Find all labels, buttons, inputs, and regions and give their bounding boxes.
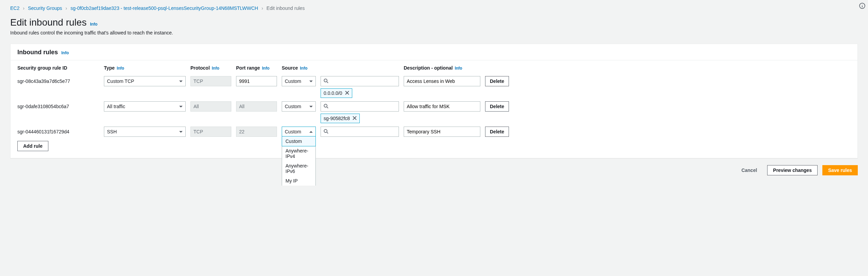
source-search[interactable] [321,101,399,112]
info-icon[interactable] [859,3,865,9]
source-option[interactable]: Custom [282,136,316,146]
page-title: Edit inbound rules Info [10,17,858,28]
source-mode-dropdown: CustomAnywhere-IPv4Anywhere-IPv6My IP [282,136,316,186]
header-source-search [321,64,399,67]
svg-line-12 [327,132,328,133]
breadcrumb-security-groups[interactable]: Security Groups [28,5,62,11]
source-search-input[interactable] [330,104,396,109]
chevron-right-icon: › [262,5,263,11]
header-protocol: ProtocolInfo [190,64,231,73]
header-actions [485,64,509,67]
search-icon [324,78,328,84]
source-mode-select[interactable]: CustomCustomAnywhere-IPv4Anywhere-IPv6My… [282,127,316,137]
rule-id: sgr-0dafe3108054bc6a7 [17,101,99,112]
svg-line-4 [327,82,328,83]
protocol-input [190,76,231,86]
description-input[interactable] [404,127,480,137]
source-chip: 0.0.0.0/0 [321,88,352,98]
source-chip: sg-90582fc8 [321,114,360,123]
delete-rule-button[interactable]: Delete [485,101,509,112]
type-select[interactable]: All traffic [104,101,186,112]
source-option[interactable]: Anywhere-IPv6 [282,161,315,176]
type-select[interactable]: SSH [104,127,186,137]
svg-point-2 [862,4,862,4]
header-protocol-info[interactable]: Info [212,66,219,71]
header-port-range: Port rangeInfo [236,64,277,73]
remove-chip-icon[interactable] [353,116,357,121]
source-search-input[interactable] [330,78,396,84]
inbound-rules-panel: Inbound rules Info Security group rule I… [10,44,858,158]
source-search[interactable] [321,127,399,137]
port-range-input [236,101,277,112]
save-rules-button[interactable]: Save rules [822,165,858,175]
svg-point-3 [324,79,327,82]
delete-rule-button[interactable]: Delete [485,127,509,137]
rule-id: sgr-08c43a39a7d6c5e77 [17,75,99,86]
svg-line-8 [327,107,328,108]
chevron-right-icon: › [23,5,25,11]
cancel-button[interactable]: Cancel [736,165,762,175]
svg-point-7 [324,104,327,107]
panel-info[interactable]: Info [61,50,69,55]
breadcrumb-current: Edit inbound rules [266,5,305,11]
breadcrumb-sg-detail[interactable]: sg-0f0cb2aef19dae323 - test-release500-p… [71,5,258,11]
rule-id: sgr-044460131f16729d4 [17,126,99,137]
header-description-info[interactable]: Info [455,66,462,71]
page-subtitle: Inbound rules control the incoming traff… [10,30,858,35]
type-select[interactable]: Custom TCP [104,76,186,86]
page-title-text: Edit inbound rules [10,17,87,28]
description-input[interactable] [404,101,480,112]
header-type: TypeInfo [104,64,186,73]
header-description: Description - optionalInfo [404,64,480,73]
header-type-info[interactable]: Info [117,66,124,71]
header-source-info[interactable]: Info [300,66,307,71]
port-range-input [236,127,277,137]
search-icon [324,129,328,135]
add-rule-button[interactable]: Add rule [17,141,48,151]
header-rule-id: Security group rule ID [17,64,99,73]
chevron-right-icon: › [65,5,67,11]
source-search[interactable] [321,76,399,86]
remove-chip-icon[interactable] [345,91,349,96]
header-source: SourceInfo [282,64,316,73]
source-option[interactable]: My IP [282,176,315,186]
source-mode-select[interactable]: Custom [282,101,316,112]
protocol-input [190,127,231,137]
preview-changes-button[interactable]: Preview changes [767,165,818,175]
svg-point-11 [324,129,327,132]
description-input[interactable] [404,76,480,86]
footer-actions: Cancel Preview changes Save rules [10,165,858,175]
port-range-input[interactable] [236,76,277,86]
protocol-input [190,101,231,112]
delete-rule-button[interactable]: Delete [485,76,509,86]
panel-title: Inbound rules [17,49,58,56]
breadcrumb-ec2[interactable]: EC2 [10,5,19,11]
source-search-input[interactable] [330,129,396,134]
page-title-info[interactable]: Info [90,22,97,27]
header-port-range-info[interactable]: Info [262,66,269,71]
breadcrumb: EC2 › Security Groups › sg-0f0cb2aef19da… [10,5,858,11]
source-mode-select[interactable]: Custom [282,76,316,86]
source-option[interactable]: Anywhere-IPv4 [282,146,315,161]
search-icon [324,104,328,110]
